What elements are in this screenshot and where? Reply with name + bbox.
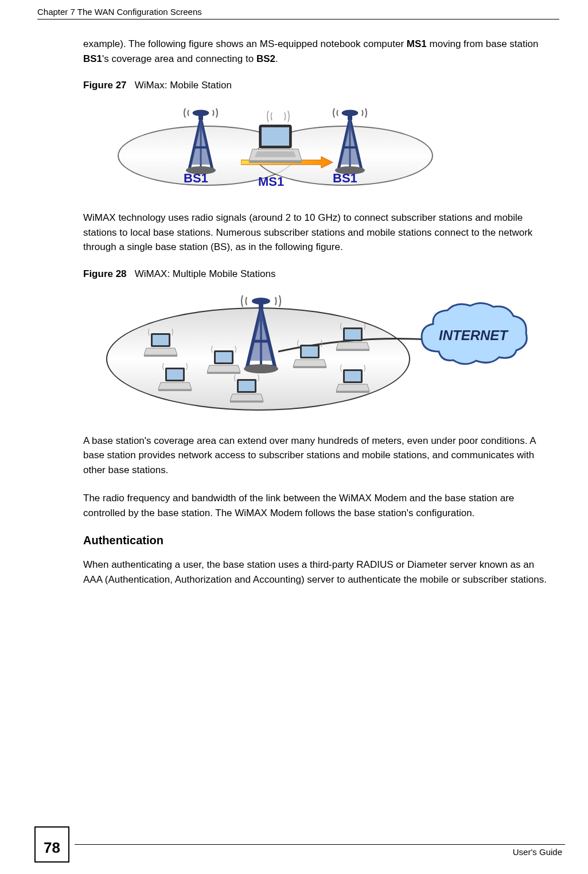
- bs1-label-left: BS1: [184, 171, 208, 186]
- intro-text-part3: 's coverage area and connecting to: [102, 53, 256, 64]
- figure-28-number: Figure 28: [83, 268, 127, 279]
- subscriber-laptop-2-icon: [155, 363, 195, 397]
- header-divider: [37, 19, 559, 19]
- bs1-label-right: BS1: [333, 171, 357, 186]
- subscriber-laptop-5-icon: [290, 340, 330, 374]
- figure-28-caption: Figure 28 WiMAX: Multiple Mobile Station…: [83, 268, 554, 280]
- svg-rect-16: [216, 352, 232, 362]
- figure-27-number: Figure 27: [83, 80, 127, 91]
- bs1-bold: BS1: [83, 53, 102, 64]
- svg-rect-18: [239, 381, 255, 391]
- svg-text:INTERNET: INTERNET: [439, 327, 509, 343]
- svg-point-10: [244, 364, 278, 373]
- page-footer: 78 User's Guide: [0, 844, 588, 857]
- authentication-heading: Authentication: [83, 534, 554, 547]
- subscriber-laptop-7-icon: [333, 365, 373, 399]
- paragraph-4: The radio frequency and bandwidth of the…: [83, 491, 554, 520]
- figure-28-title: WiMAX: Multiple Mobile Stations: [135, 268, 276, 279]
- chapter-header: Chapter 7 The WAN Configuration Screens: [37, 0, 559, 17]
- figure-28-container: INTERNET: [83, 286, 554, 420]
- figure-27-container: BS1 MS1 BS1: [83, 97, 554, 197]
- svg-rect-20: [302, 346, 318, 357]
- subscriber-laptop-1-icon: [141, 329, 181, 362]
- base-station-tower-2-icon: [330, 102, 370, 176]
- svg-rect-24: [345, 371, 361, 381]
- footer-text: User's Guide: [0, 845, 565, 857]
- bs2-bold: BS2: [256, 53, 275, 64]
- page-number: 78: [34, 826, 69, 863]
- intro-text-part1: example). The following figure shows an …: [83, 38, 407, 49]
- base-station-tower-1-icon: [181, 102, 221, 176]
- paragraph-3: A base station's coverage area can exten…: [83, 434, 554, 478]
- mobile-station-laptop-icon: [247, 122, 304, 167]
- ms1-bold: MS1: [407, 38, 427, 49]
- svg-rect-14: [167, 369, 183, 380]
- intro-text-part4: .: [275, 53, 278, 64]
- paragraph-5: When authenticating a user, the base sta…: [83, 557, 554, 587]
- subscriber-laptop-6-icon: [333, 323, 373, 357]
- svg-rect-7: [262, 127, 289, 146]
- internet-cloud-icon: INTERNET: [416, 300, 531, 377]
- svg-rect-22: [345, 329, 361, 340]
- ms1-label: MS1: [258, 174, 284, 189]
- central-base-station-icon: [238, 288, 284, 377]
- figure-27-title: WiMax: Mobile Station: [135, 80, 232, 91]
- intro-paragraph: example). The following figure shows an …: [83, 37, 554, 66]
- intro-text-part2: moving from base station: [427, 38, 539, 49]
- subscriber-laptop-4-icon: [227, 374, 267, 408]
- paragraph-2: WiMAX technology uses radio signals (aro…: [83, 210, 554, 255]
- figure-27-caption: Figure 27 WiMax: Mobile Station: [83, 80, 554, 91]
- svg-rect-12: [153, 335, 169, 345]
